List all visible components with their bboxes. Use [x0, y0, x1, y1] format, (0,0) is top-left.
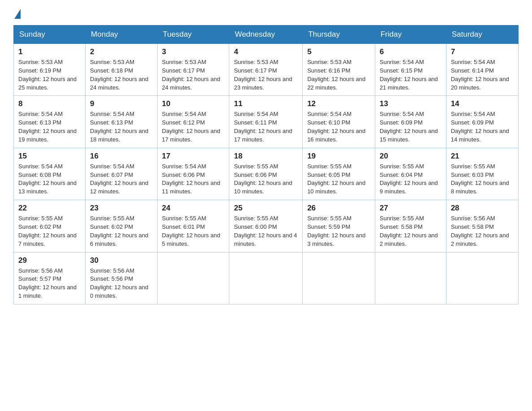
- day-number: 12: [307, 99, 370, 108]
- day-header-saturday: Saturday: [446, 26, 518, 44]
- calendar-cell: 2Sunrise: 5:53 AMSunset: 6:18 PMDaylight…: [86, 44, 157, 96]
- day-number: 5: [307, 47, 370, 56]
- calendar-cell: 27Sunrise: 5:55 AMSunset: 5:58 PMDayligh…: [375, 200, 446, 252]
- calendar-cell: 8Sunrise: 5:54 AMSunset: 6:13 PMDaylight…: [14, 96, 86, 148]
- calendar-cell: 12Sunrise: 5:54 AMSunset: 6:10 PMDayligh…: [303, 96, 375, 148]
- calendar-cell: 28Sunrise: 5:56 AMSunset: 5:58 PMDayligh…: [446, 200, 518, 252]
- logo-triangle-icon: [14, 9, 21, 19]
- day-info: Sunrise: 5:54 AMSunset: 6:13 PMDaylight:…: [90, 110, 152, 144]
- day-number: 29: [18, 256, 81, 265]
- day-number: 26: [307, 204, 370, 213]
- calendar-cell: 11Sunrise: 5:54 AMSunset: 6:11 PMDayligh…: [229, 96, 303, 148]
- day-number: 8: [18, 99, 81, 108]
- day-number: 30: [90, 256, 152, 265]
- day-info: Sunrise: 5:56 AMSunset: 5:57 PMDaylight:…: [18, 267, 81, 300]
- day-number: 22: [18, 204, 81, 213]
- logo: [13, 9, 21, 17]
- day-header-wednesday: Wednesday: [229, 26, 303, 44]
- calendar-cell: 10Sunrise: 5:54 AMSunset: 6:12 PMDayligh…: [157, 96, 229, 148]
- day-number: 20: [380, 152, 442, 161]
- day-number: 3: [162, 47, 225, 56]
- calendar-table: SundayMondayTuesdayWednesdayThursdayFrid…: [13, 25, 519, 304]
- day-info: Sunrise: 5:54 AMSunset: 6:09 PMDaylight:…: [451, 110, 514, 144]
- day-number: 25: [234, 204, 298, 213]
- calendar-cell: 7Sunrise: 5:54 AMSunset: 6:14 PMDaylight…: [446, 44, 518, 96]
- day-info: Sunrise: 5:54 AMSunset: 6:09 PMDaylight:…: [380, 110, 442, 144]
- calendar-cell: 13Sunrise: 5:54 AMSunset: 6:09 PMDayligh…: [375, 96, 446, 148]
- day-number: 28: [451, 204, 514, 213]
- page-header: [13, 9, 519, 17]
- day-number: 23: [90, 204, 152, 213]
- calendar-week-row: 22Sunrise: 5:55 AMSunset: 6:02 PMDayligh…: [14, 200, 519, 252]
- day-header-friday: Friday: [375, 26, 446, 44]
- day-number: 27: [380, 204, 442, 213]
- day-number: 18: [234, 152, 298, 161]
- day-number: 6: [380, 47, 442, 56]
- day-info: Sunrise: 5:54 AMSunset: 6:13 PMDaylight:…: [18, 110, 81, 144]
- calendar-cell: 3Sunrise: 5:53 AMSunset: 6:17 PMDaylight…: [157, 44, 229, 96]
- calendar-cell: [446, 252, 518, 304]
- day-info: Sunrise: 5:54 AMSunset: 6:08 PMDaylight:…: [18, 163, 81, 196]
- calendar-cell: 19Sunrise: 5:55 AMSunset: 6:05 PMDayligh…: [303, 148, 375, 200]
- day-info: Sunrise: 5:55 AMSunset: 6:03 PMDaylight:…: [451, 163, 514, 196]
- day-info: Sunrise: 5:53 AMSunset: 6:17 PMDaylight:…: [162, 58, 225, 92]
- day-info: Sunrise: 5:55 AMSunset: 6:06 PMDaylight:…: [234, 163, 298, 196]
- day-number: 16: [90, 152, 152, 161]
- calendar-header-row: SundayMondayTuesdayWednesdayThursdayFrid…: [14, 26, 519, 44]
- day-header-sunday: Sunday: [14, 26, 86, 44]
- day-info: Sunrise: 5:54 AMSunset: 6:12 PMDaylight:…: [162, 110, 225, 144]
- calendar-cell: 23Sunrise: 5:55 AMSunset: 6:02 PMDayligh…: [86, 200, 157, 252]
- calendar-cell: [157, 252, 229, 304]
- calendar-cell: [229, 252, 303, 304]
- day-info: Sunrise: 5:54 AMSunset: 6:14 PMDaylight:…: [451, 58, 514, 92]
- calendar-cell: 22Sunrise: 5:55 AMSunset: 6:02 PMDayligh…: [14, 200, 86, 252]
- calendar-cell: 30Sunrise: 5:56 AMSunset: 5:56 PMDayligh…: [86, 252, 157, 304]
- calendar-cell: 4Sunrise: 5:53 AMSunset: 6:17 PMDaylight…: [229, 44, 303, 96]
- day-number: 17: [162, 152, 225, 161]
- day-info: Sunrise: 5:56 AMSunset: 5:56 PMDaylight:…: [90, 267, 152, 300]
- day-number: 1: [18, 47, 81, 56]
- day-number: 14: [451, 99, 514, 108]
- day-number: 21: [451, 152, 514, 161]
- day-number: 2: [90, 47, 152, 56]
- day-info: Sunrise: 5:55 AMSunset: 6:00 PMDaylight:…: [234, 214, 298, 248]
- day-info: Sunrise: 5:55 AMSunset: 6:02 PMDaylight:…: [18, 214, 81, 248]
- calendar-cell: 21Sunrise: 5:55 AMSunset: 6:03 PMDayligh…: [446, 148, 518, 200]
- day-info: Sunrise: 5:53 AMSunset: 6:16 PMDaylight:…: [307, 58, 370, 92]
- day-info: Sunrise: 5:53 AMSunset: 6:17 PMDaylight:…: [234, 58, 298, 92]
- day-info: Sunrise: 5:55 AMSunset: 6:05 PMDaylight:…: [307, 163, 370, 196]
- calendar-cell: 16Sunrise: 5:54 AMSunset: 6:07 PMDayligh…: [86, 148, 157, 200]
- calendar-cell: 14Sunrise: 5:54 AMSunset: 6:09 PMDayligh…: [446, 96, 518, 148]
- calendar-cell: 9Sunrise: 5:54 AMSunset: 6:13 PMDaylight…: [86, 96, 157, 148]
- calendar-cell: 5Sunrise: 5:53 AMSunset: 6:16 PMDaylight…: [303, 44, 375, 96]
- calendar-cell: [375, 252, 446, 304]
- day-number: 24: [162, 204, 225, 213]
- calendar-week-row: 8Sunrise: 5:54 AMSunset: 6:13 PMDaylight…: [14, 96, 519, 148]
- day-number: 10: [162, 99, 225, 108]
- day-number: 4: [234, 47, 298, 56]
- day-info: Sunrise: 5:54 AMSunset: 6:06 PMDaylight:…: [162, 163, 225, 196]
- calendar-cell: [303, 252, 375, 304]
- day-info: Sunrise: 5:54 AMSunset: 6:10 PMDaylight:…: [307, 110, 370, 144]
- day-number: 13: [380, 99, 442, 108]
- calendar-cell: 18Sunrise: 5:55 AMSunset: 6:06 PMDayligh…: [229, 148, 303, 200]
- day-number: 7: [451, 47, 514, 56]
- day-header-thursday: Thursday: [303, 26, 375, 44]
- calendar-cell: 29Sunrise: 5:56 AMSunset: 5:57 PMDayligh…: [14, 252, 86, 304]
- calendar-cell: 26Sunrise: 5:55 AMSunset: 5:59 PMDayligh…: [303, 200, 375, 252]
- calendar-cell: 17Sunrise: 5:54 AMSunset: 6:06 PMDayligh…: [157, 148, 229, 200]
- day-info: Sunrise: 5:55 AMSunset: 6:04 PMDaylight:…: [380, 163, 442, 196]
- calendar-week-row: 1Sunrise: 5:53 AMSunset: 6:19 PMDaylight…: [14, 44, 519, 96]
- calendar-week-row: 15Sunrise: 5:54 AMSunset: 6:08 PMDayligh…: [14, 148, 519, 200]
- day-info: Sunrise: 5:53 AMSunset: 6:19 PMDaylight:…: [18, 58, 81, 92]
- calendar-week-row: 29Sunrise: 5:56 AMSunset: 5:57 PMDayligh…: [14, 252, 519, 304]
- day-number: 19: [307, 152, 370, 161]
- day-number: 9: [90, 99, 152, 108]
- day-info: Sunrise: 5:55 AMSunset: 6:02 PMDaylight:…: [90, 214, 152, 248]
- day-info: Sunrise: 5:56 AMSunset: 5:58 PMDaylight:…: [451, 214, 514, 248]
- calendar-cell: 6Sunrise: 5:54 AMSunset: 6:15 PMDaylight…: [375, 44, 446, 96]
- calendar-cell: 20Sunrise: 5:55 AMSunset: 6:04 PMDayligh…: [375, 148, 446, 200]
- day-number: 11: [234, 99, 298, 108]
- calendar-cell: 15Sunrise: 5:54 AMSunset: 6:08 PMDayligh…: [14, 148, 86, 200]
- day-number: 15: [18, 152, 81, 161]
